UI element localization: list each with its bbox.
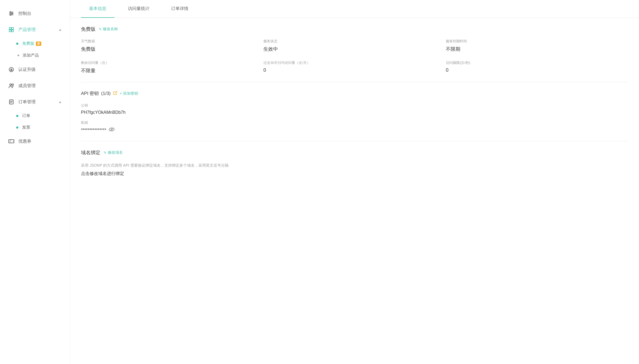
svg-rect-18 (9, 140, 14, 143)
svg-point-5 (10, 14, 11, 15)
svg-rect-6 (9, 28, 11, 29)
info-avg-value: 0 (263, 67, 446, 73)
svg-line-22 (115, 91, 117, 93)
toggle-visibility-icon[interactable] (109, 127, 115, 133)
sidebar-item-add-product-label: 添加产品 (23, 53, 39, 58)
sidebar-item-product-label: 产品管理 (18, 27, 59, 33)
main-content: 基本信息 访问量统计 订单详情 免费版 ✎ 修改名称 天气数据 免费版 服务 (70, 0, 639, 364)
free-dot (16, 43, 18, 45)
sidebar-item-members[interactable]: 成员管理 (0, 78, 70, 94)
tab-basic[interactable]: 基本信息 (81, 0, 114, 18)
sidebar-item-members-label: 成员管理 (18, 83, 62, 89)
sidebar-item-coupons-label: 优惠券 (18, 139, 62, 144)
info-weather-label: 天气数据 (81, 39, 263, 44)
info-avg-label: 过去30天日均访问量（次/天） (263, 60, 446, 65)
sidebar-item-order[interactable]: 订单 (0, 110, 70, 122)
sidebar-item-invoice-label: 发票 (22, 125, 30, 130)
svg-point-13 (12, 84, 13, 85)
info-remaining-value: 不限量 (81, 67, 263, 74)
api-key-section: API 密钥 (1/3) + 添加密钥 公钥 PH7fgcYOk (81, 90, 628, 133)
sidebar-item-coupons[interactable]: 优惠券 (0, 133, 70, 149)
private-key-value: *************** (81, 127, 628, 133)
sidebar-item-orders-label: 订单管理 (18, 99, 59, 105)
svg-rect-9 (12, 30, 13, 32)
sidebar-item-order-label: 订单 (22, 113, 30, 118)
orders-submenu: 订单 发票 (0, 110, 70, 133)
api-key-title-text: API 密钥 (1/3) (81, 90, 111, 97)
info-weather-data: 天气数据 免费版 (81, 39, 263, 52)
orders-expand-arrow: ▲ (59, 100, 62, 104)
coupon-icon (8, 138, 15, 145)
edit-name-icon: ✎ (99, 27, 102, 31)
plus-icon: ＋ (16, 53, 21, 58)
page-title-section: 免费版 ✎ 修改名称 (81, 26, 628, 32)
public-key-value: PH7fgcYOkAMnBDb7h (81, 110, 628, 115)
info-expire-time: 服务到期时间 不限期 (446, 39, 628, 52)
svg-point-19 (8, 141, 9, 142)
domain-section: 域名绑定 ✎ 修改域名 采用 JSONP 的方式调用 API 需要验证绑定域名，… (81, 149, 628, 177)
svg-rect-8 (9, 30, 11, 32)
sidebar-item-auth-label: 认证升级 (18, 67, 62, 73)
sidebar-item-product[interactable]: 产品管理 ▲ (0, 22, 70, 38)
product-submenu: 免费版 新 ＋ 添加产品 (0, 38, 70, 61)
divider-2 (81, 141, 628, 141)
info-expire-label: 服务到期时间 (446, 39, 628, 44)
public-key-label: 公钥 (81, 103, 628, 108)
content-area: 免费版 ✎ 修改名称 天气数据 免费版 服务状态 生效中 服务到期时间 不限期 (70, 18, 639, 185)
info-grid: 天气数据 免费版 服务状态 生效中 服务到期时间 不限期 剩余访问量（次） 不限… (81, 39, 628, 74)
invoice-dot (16, 126, 18, 129)
info-status-value: 生效中 (263, 46, 446, 52)
svg-point-3 (10, 12, 11, 13)
domain-desc: 采用 JSONP 的方式调用 API 需要验证绑定域名，支持绑定多个域名，采用英… (81, 162, 628, 168)
private-key-section: 私钥 *************** (81, 120, 628, 133)
free-badge: 新 (36, 42, 41, 46)
external-link-icon[interactable] (113, 91, 117, 96)
info-avg-visits: 过去30天日均访问量（次/天） 0 (263, 60, 446, 74)
sidebar-item-auth[interactable]: 认证升级 (0, 61, 70, 78)
svg-point-12 (10, 84, 11, 85)
tab-bar: 基本信息 访问量统计 订单详情 (70, 0, 639, 18)
info-freq-value: 0 (446, 67, 628, 73)
sidebar-item-invoice[interactable]: 发票 (0, 122, 70, 133)
info-remaining-visits: 剩余访问量（次） 不限量 (81, 60, 263, 74)
public-key-section: 公钥 PH7fgcYOkAMnBDb7h (81, 103, 628, 115)
edit-name-link[interactable]: ✎ 修改名称 (99, 27, 118, 32)
info-status-label: 服务状态 (263, 39, 446, 44)
private-key-label: 私钥 (81, 120, 628, 125)
tab-order-detail[interactable]: 订单详情 (163, 0, 196, 18)
domain-tip: 点击修改域名进行绑定 (81, 171, 628, 177)
order-dot (16, 115, 18, 117)
sidebar-item-dashboard-label: 控制台 (18, 11, 62, 16)
info-freq-limit: 访问频限(次/秒) 0 (446, 60, 628, 74)
orders-icon (8, 99, 15, 105)
info-service-status: 服务状态 生效中 (263, 39, 446, 52)
info-freq-label: 访问频限(次/秒) (446, 60, 628, 65)
sidebar-item-orders[interactable]: 订单管理 ▲ (0, 94, 70, 110)
svg-point-20 (13, 141, 14, 142)
sidebar-item-free[interactable]: 免费版 新 (0, 38, 70, 49)
domain-title: 域名绑定 ✎ 修改域名 (81, 149, 628, 156)
users-icon (8, 83, 15, 89)
edit-domain-link[interactable]: ✎ 修改域名 (104, 150, 123, 155)
sidebar: 控制台 产品管理 ▲ 免费版 新 ＋ 添加产品 (0, 0, 70, 364)
sidebar-item-dashboard[interactable]: 控制台 (0, 5, 70, 22)
info-weather-value: 免费版 (81, 46, 263, 52)
tab-visits[interactable]: 访问量统计 (120, 0, 158, 18)
svg-point-4 (12, 13, 13, 14)
sidebar-item-add-product[interactable]: ＋ 添加产品 (0, 49, 70, 61)
info-expire-value: 不限期 (446, 46, 628, 52)
api-key-title: API 密钥 (1/3) + 添加密钥 (81, 90, 628, 97)
grid-icon (8, 26, 15, 33)
divider-1 (81, 82, 628, 82)
edit-domain-icon: ✎ (104, 151, 107, 155)
add-key-link[interactable]: + 添加密钥 (120, 91, 138, 96)
product-expand-arrow: ▲ (59, 28, 62, 32)
info-remaining-label: 剩余访问量（次） (81, 60, 263, 65)
svg-rect-7 (12, 28, 13, 29)
sliders-icon (8, 10, 15, 17)
page-title: 免费版 (81, 26, 96, 32)
sidebar-item-free-label: 免费版 (22, 41, 34, 46)
upgrade-icon (8, 66, 15, 73)
